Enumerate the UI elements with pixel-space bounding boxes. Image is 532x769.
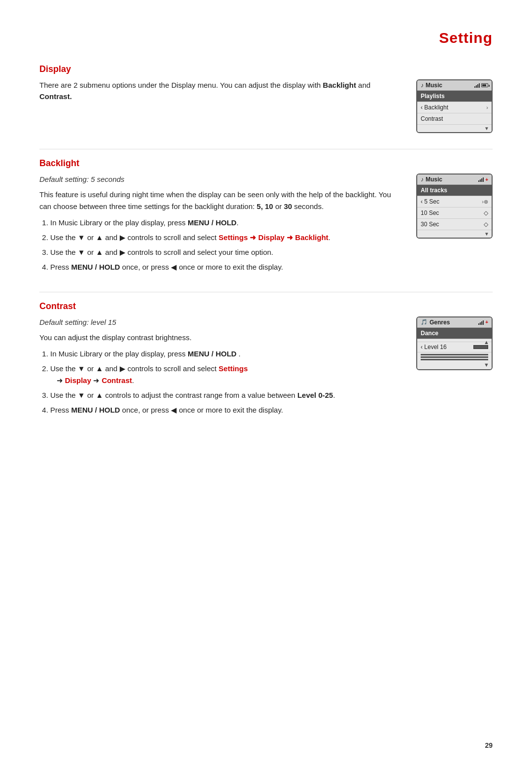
genres-icon: 🎵: [421, 319, 428, 325]
contrast-screen-mock: 🎵 Genres + Dance ▲ ‹ Level 1: [416, 316, 493, 370]
bar-line-2: [421, 356, 488, 358]
backlight-step-2: Use the ▼ or ▲ and ▶ controls to scroll …: [50, 232, 401, 244]
backlight-section-title: Backlight: [39, 158, 493, 169]
signal3-icon: [478, 320, 484, 325]
contrast-step-4: Press MENU / HOLD once, or press ◀ once …: [50, 404, 401, 416]
display-section-body: There are 2 submenu options under the Di…: [39, 79, 493, 133]
plus2-icon: +: [485, 319, 488, 325]
screen3-down-arrow: ▼: [417, 362, 492, 369]
screen2-row-30sec: 30 Sec◇: [417, 219, 492, 230]
signal-icon: [474, 83, 480, 88]
contrast-step-1: In Music Library or the play display, pr…: [50, 348, 401, 360]
page-title: Setting: [39, 30, 493, 46]
screen2-title: ♪ Music: [421, 176, 442, 183]
screen3-level-row: ‹ Level 16: [417, 342, 492, 352]
signal2-icon: [478, 177, 484, 182]
backlight-step-1: In Music Library or the play display, pr…: [50, 217, 401, 229]
screen3-bar-lines: [417, 352, 492, 362]
bar-line-1: [421, 354, 488, 355]
backlight-description: This feature is useful during night time…: [39, 189, 401, 212]
level-bar-graphic: [473, 345, 488, 349]
screen2-row-5sec: ‹ 5 Sec›⊗: [417, 196, 492, 208]
screen1-row-playlists: Playlists: [417, 91, 492, 102]
screen1-title: ♪ Music: [421, 82, 442, 89]
contrast-default-setting: Default setting: level 15: [39, 316, 401, 328]
display-screen-mock: ♪ Music Playlists ‹ Backli: [416, 79, 493, 133]
divider1: [39, 149, 493, 149]
display-description: There are 2 submenu options under the Di…: [39, 79, 401, 103]
screen3-icons: +: [478, 319, 488, 325]
display-section-text: There are 2 submenu options under the Di…: [39, 79, 401, 106]
divider2: [39, 292, 493, 292]
screen2-icons: +: [478, 177, 488, 182]
contrast-section-text: Default setting: level 15 You can adjust…: [39, 316, 401, 419]
screen3-title: 🎵 Genres: [421, 319, 450, 326]
screen1-icons: [474, 83, 488, 88]
backlight-step-4: Press MENU / HOLD once, or press ◀ once …: [50, 261, 401, 273]
screen3-header: 🎵 Genres +: [417, 317, 492, 328]
display-section-title: Display: [39, 64, 493, 74]
backlight-steps: In Music Library or the play display, pr…: [50, 217, 401, 273]
backlight-screen-mock: ♪ Music + All tracks ‹ 5 Sec›⊗: [416, 174, 493, 239]
backlight-step-3: Use the ▼ or ▲ and ▶ controls to scroll …: [50, 246, 401, 258]
screen1-scroll-arrow: ▼: [417, 125, 492, 132]
contrast-step-3: Use the ▼ or ▲ controls to adjust the co…: [50, 389, 401, 401]
screen1-row-contrast: Contrast: [417, 113, 492, 125]
contrast-section-body: Default setting: level 15 You can adjust…: [39, 316, 493, 419]
contrast-steps: In Music Library or the play display, pr…: [50, 348, 401, 416]
backlight-default-setting: Default setting: 5 seconds: [39, 174, 401, 185]
screen1-row-backlight: ‹ Backlight›: [417, 102, 492, 113]
music-note2-icon: ♪: [421, 176, 424, 183]
battery-icon: [481, 83, 488, 87]
screen2-row-10sec: 10 Sec◇: [417, 208, 492, 219]
contrast-section-title: Contrast: [39, 301, 493, 312]
plus-icon: +: [485, 177, 488, 182]
bar-line-3: [421, 359, 488, 360]
backlight-section-text: Default setting: 5 seconds This feature …: [39, 174, 401, 276]
backlight-section-body: Default setting: 5 seconds This feature …: [39, 174, 493, 276]
contrast-section: Contrast Default setting: level 15 You c…: [39, 301, 493, 419]
music-note-icon: ♪: [421, 82, 424, 89]
contrast-description: You can adjust the display contrast brig…: [39, 332, 401, 343]
contrast-step-2: Use the ▼ or ▲ and ▶ controls to scroll …: [50, 363, 401, 386]
display-section: Display There are 2 submenu options unde…: [39, 64, 493, 133]
screen1-header: ♪ Music: [417, 80, 492, 91]
screen3-row-dance: Dance: [417, 328, 492, 339]
screen2-header: ♪ Music +: [417, 175, 492, 185]
page-number: 29: [485, 741, 493, 749]
screen2-scroll-arrow: ▼: [417, 230, 492, 238]
screen2-row-alltracks: All tracks: [417, 185, 492, 196]
backlight-section: Backlight Default setting: 5 seconds Thi…: [39, 158, 493, 276]
